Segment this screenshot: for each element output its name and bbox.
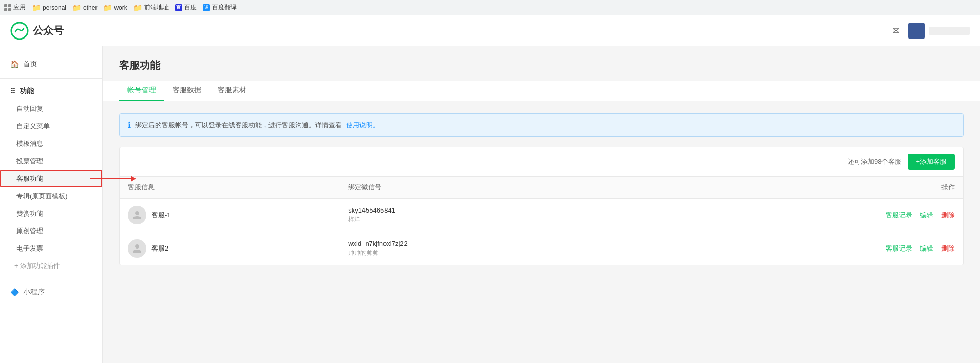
home-icon: 🏠 — [10, 60, 19, 68]
user-avatar[interactable] — [908, 23, 925, 39]
arrow-line — [90, 178, 131, 179]
wechat-id: wxid_n7kjfnoxi7zj22 — [348, 240, 613, 247]
sidebar-item-invoice[interactable]: 电子发票 — [0, 240, 102, 257]
main-layout: 🏠 首页 ⠿ 功能 自动回复 自定义菜单 模板消息 投票管理 客服功能 — [0, 46, 980, 363]
service-avatar — [128, 206, 146, 224]
sidebar-item-auto-reply[interactable]: 自动回复 — [0, 100, 102, 118]
mini-program-label: 小程序 — [23, 288, 45, 297]
sidebar-item-vote-mgmt[interactable]: 投票管理 — [0, 152, 102, 170]
remaining-text: 还可添加98个客服 — [848, 157, 901, 166]
service-name: 客服-1 — [151, 211, 171, 220]
table-header-row: 还可添加98个客服 +添加客服 — [120, 147, 963, 176]
action-delete[interactable]: 删除 — [941, 244, 955, 252]
function-grid-icon: ⠿ — [10, 87, 15, 95]
username-label — [929, 27, 970, 35]
bookmark-other[interactable]: 📁 other — [72, 4, 97, 12]
action-delete[interactable]: 删除 — [941, 211, 955, 219]
add-plugin-button[interactable]: + 添加功能插件 — [0, 257, 102, 275]
tab-data[interactable]: 客服数据 — [164, 81, 209, 101]
cell-wechat-id: wxid_n7kjfnoxi7zj22 帅帅的帅帅 — [340, 232, 621, 265]
bookmark-frontend[interactable]: 📁 前端地址 — [133, 3, 169, 12]
table-row: 客服-1 sky1455465841 梓洋 客服记录 编辑 删除 — [120, 199, 963, 232]
col-action: 操作 — [621, 177, 963, 199]
info-box: ℹ 绑定后的客服帐号，可以登录在线客服功能，进行客服沟通。详情查看 使用说明。 — [119, 113, 964, 137]
bookmark-baidu[interactable]: 百 百度 — [175, 3, 197, 12]
baidu-logo-icon: 百 — [175, 4, 182, 11]
header: 公众号 ✉ — [0, 15, 980, 46]
divider-2 — [0, 279, 102, 279]
folder-icon: 📁 — [32, 4, 41, 12]
bookmark-other-label: other — [83, 4, 97, 11]
folder-icon: 📁 — [103, 4, 112, 12]
baidu-fanyi-logo-icon: 译 — [203, 4, 210, 11]
sidebar-item-appreciation[interactable]: 赞赏功能 — [0, 205, 102, 222]
tab-material[interactable]: 客服素材 — [209, 81, 255, 101]
header-right: ✉ — [892, 23, 970, 39]
sidebar: 🏠 首页 ⠿ 功能 自动回复 自定义菜单 模板消息 投票管理 客服功能 — [0, 46, 103, 363]
action-service-record[interactable]: 客服记录 — [886, 244, 912, 252]
sidebar-item-custom-menu[interactable]: 自定义菜单 — [0, 118, 102, 135]
cell-actions: 客服记录 编辑 删除 — [621, 199, 963, 232]
bookmark-apps-label: 应用 — [13, 3, 26, 12]
divider-1 — [0, 78, 102, 79]
bookmarks-bar: 应用 📁 personal 📁 other 📁 work 📁 前端地址 百 百度… — [0, 0, 980, 15]
bookmark-work-label: work — [114, 4, 127, 11]
folder-icon: 📁 — [72, 4, 81, 12]
arrow-container: 客服功能 — [0, 170, 102, 187]
service-avatar — [128, 239, 146, 258]
col-service-info: 客服信息 — [120, 177, 340, 199]
wechat-nickname: 帅帅的帅帅 — [348, 249, 613, 257]
apps-grid-icon — [4, 4, 11, 11]
info-circle-icon: ℹ — [128, 120, 131, 130]
logo-text: 公众号 — [33, 24, 64, 37]
red-arrow — [90, 176, 136, 182]
tab-account[interactable]: 帐号管理 — [119, 81, 164, 101]
action-edit[interactable]: 编辑 — [920, 244, 933, 252]
info-text: 绑定后的客服帐号，可以登录在线客服功能，进行客服沟通。详情查看 — [135, 121, 342, 130]
action-edit[interactable]: 编辑 — [920, 211, 933, 219]
bookmark-baidu-fanyi[interactable]: 译 百度翻译 — [203, 3, 237, 12]
sidebar-item-album[interactable]: 专辑(原页面模板) — [0, 187, 102, 205]
main-content: 客服功能 帐号管理 客服数据 客服素材 ℹ 绑定后的客服帐号，可以登录在线客服功… — [103, 46, 980, 363]
sidebar-item-customer-service[interactable]: 客服功能 — [0, 170, 102, 187]
bookmark-baidu-label: 百度 — [184, 3, 197, 12]
logo: 公众号 — [10, 22, 64, 40]
sidebar-item-original-mgmt[interactable]: 原创管理 — [0, 222, 102, 240]
bookmark-personal-label: personal — [43, 4, 66, 11]
mini-program-icon: 🔷 — [10, 288, 19, 296]
cell-service-info: 客服2 — [120, 232, 340, 265]
service-name: 客服2 — [151, 244, 168, 253]
bookmark-work[interactable]: 📁 work — [103, 4, 127, 12]
sidebar-item-template-msg[interactable]: 模板消息 — [0, 135, 102, 152]
sidebar-item-home[interactable]: 🏠 首页 — [0, 54, 102, 74]
add-customer-service-button[interactable]: +添加客服 — [908, 154, 955, 170]
folder-blue-icon: 📁 — [133, 4, 142, 12]
avatar-area — [908, 23, 970, 39]
bookmark-personal[interactable]: 📁 personal — [32, 4, 66, 12]
cell-service-info: 客服-1 — [120, 199, 340, 232]
cell-wechat-id: sky1455465841 梓洋 — [340, 199, 621, 232]
bookmark-frontend-label: 前端地址 — [144, 3, 169, 12]
cell-actions: 客服记录 编辑 删除 — [621, 232, 963, 265]
sidebar-section-function: ⠿ 功能 — [0, 83, 102, 100]
bookmark-baidu-fanyi-label: 百度翻译 — [212, 3, 237, 12]
wechat-id: sky1455465841 — [348, 206, 613, 214]
arrow-head — [131, 176, 136, 182]
function-label: 功能 — [20, 87, 34, 96]
customer-service-table: 客服信息 绑定微信号 操作 客服-1 sky1455465841 梓洋 客服记录… — [120, 176, 963, 265]
tabs: 帐号管理 客服数据 客服素材 — [103, 81, 980, 101]
bookmark-apps[interactable]: 应用 — [4, 3, 26, 12]
col-wechat-id: 绑定微信号 — [340, 177, 621, 199]
info-link[interactable]: 使用说明。 — [346, 121, 379, 130]
table-row: 客服2 wxid_n7kjfnoxi7zj22 帅帅的帅帅 客服记录 编辑 删除 — [120, 232, 963, 265]
logo-icon — [10, 22, 29, 40]
mail-icon[interactable]: ✉ — [892, 25, 900, 36]
page-title: 客服功能 — [119, 59, 964, 72]
table-container: 还可添加98个客服 +添加客服 客服信息 绑定微信号 操作 客服-1 sky — [119, 147, 964, 265]
action-service-record[interactable]: 客服记录 — [886, 211, 912, 219]
svg-point-0 — [11, 23, 28, 39]
home-label: 首页 — [23, 60, 37, 69]
wechat-nickname: 梓洋 — [348, 215, 613, 224]
sidebar-section-mini-program[interactable]: 🔷 小程序 — [0, 283, 102, 301]
